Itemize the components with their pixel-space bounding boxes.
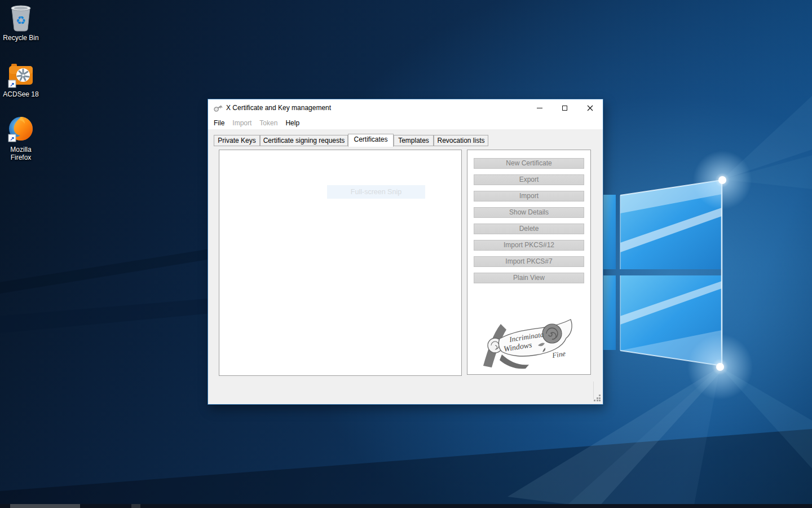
xca-scroll-banner: Incriminata Windows Fine <box>475 317 577 369</box>
close-button[interactable] <box>577 99 603 116</box>
import-button[interactable]: Import <box>474 191 584 202</box>
recycle-bin-icon: ♻ <box>7 3 34 33</box>
svg-text:↗: ↗ <box>10 81 14 87</box>
svg-text:Fine: Fine <box>551 349 566 360</box>
plain-view-button[interactable]: Plain View <box>474 273 584 283</box>
import-pkcs7-button[interactable]: Import PKCS#7 <box>474 256 584 267</box>
acdsee-camera-icon: ↗ <box>6 61 36 89</box>
taskbar[interactable] <box>0 504 812 508</box>
menu-import[interactable]: Import <box>232 119 251 127</box>
desktop-icon-recycle-bin[interactable]: ♻ Recycle Bin <box>0 3 43 42</box>
desktop-icon-acdsee[interactable]: ↗ ACDSee 18 <box>0 61 43 98</box>
acdsee-label: ACDSee 18 <box>0 90 43 98</box>
menu-token[interactable]: Token <box>259 119 277 127</box>
recycle-bin-label: Recycle Bin <box>0 34 43 42</box>
svg-text:♻: ♻ <box>16 14 26 27</box>
import-pkcs12-button[interactable]: Import PKCS#12 <box>474 240 584 251</box>
taskbar-button-segment[interactable] <box>10 504 80 508</box>
action-button-panel: New Certificate Export Import Show Detai… <box>467 150 591 375</box>
new-certificate-button[interactable]: New Certificate <box>474 158 584 169</box>
tab-templates[interactable]: Templates <box>394 135 434 146</box>
maximize-icon <box>562 106 567 111</box>
close-icon <box>587 105 593 111</box>
menu-help[interactable]: Help <box>285 119 299 127</box>
titlebar[interactable]: X Certificate and Key management <box>208 99 603 116</box>
window-title: X Certificate and Key management <box>226 104 331 112</box>
taskbar-button-segment[interactable] <box>131 504 140 508</box>
firefox-label: Mozilla Firefox <box>0 146 43 161</box>
desktop: ♻ Recycle Bin ↗ ACDSee 18 <box>0 0 812 508</box>
minimize-button[interactable] <box>527 99 552 116</box>
tab-revocation-lists[interactable]: Revocation lists <box>434 135 488 146</box>
tab-certificates[interactable]: Certificates <box>348 134 394 147</box>
svg-text:↗: ↗ <box>10 135 14 142</box>
tab-private-keys[interactable]: Private Keys <box>214 135 260 146</box>
desktop-icon-firefox[interactable]: ↗ Mozilla Firefox <box>0 115 43 161</box>
xca-window: X Certificate and Key management File Im… <box>208 99 603 405</box>
show-details-button[interactable]: Show Details <box>474 207 584 218</box>
minimize-icon <box>537 108 542 108</box>
snip-overlay-artifact: Full-screen Snip <box>327 185 425 199</box>
certificate-list-panel[interactable]: Full-screen Snip <box>219 150 462 376</box>
menubar: File Import Token Help <box>208 116 603 129</box>
menu-file[interactable]: File <box>214 119 224 127</box>
export-button[interactable]: Export <box>474 174 584 185</box>
key-icon <box>213 103 223 113</box>
firefox-icon: ↗ <box>6 115 36 144</box>
tab-certificate-signing-requests[interactable]: Certificate signing requests <box>260 135 348 146</box>
delete-button[interactable]: Delete <box>474 224 584 234</box>
maximize-button[interactable] <box>552 99 577 116</box>
resize-grip[interactable] <box>594 395 601 402</box>
